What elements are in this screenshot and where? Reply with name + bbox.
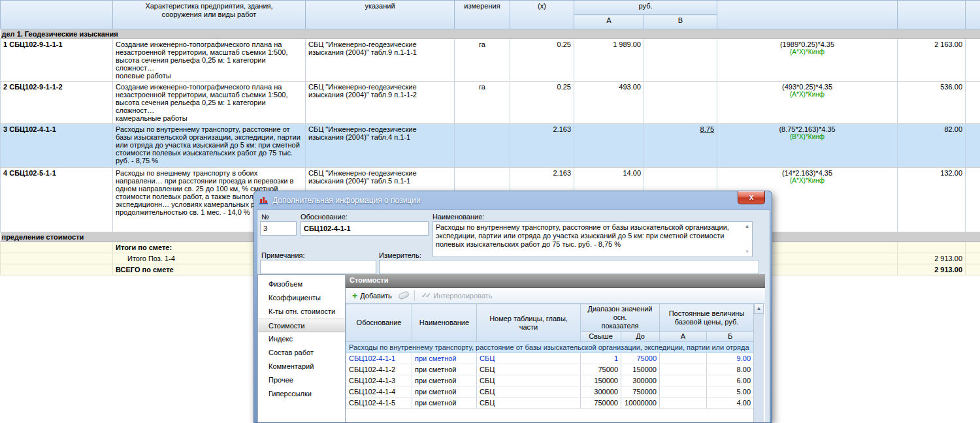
price-row-3[interactable]: СБЦ102-4-1-3 при сметной СБЦ 150000 3000… <box>346 375 754 386</box>
cell-unit: га <box>455 82 510 124</box>
col-header-characteristic: Характеристика предприятия, здания, соор… <box>113 1 306 29</box>
col-header-unit: измерения <box>455 1 510 29</box>
cell-formula: (8.75*2.163)*4.35(B*X)*Кинф <box>717 124 898 168</box>
cell-quantity: 2.163 <box>510 124 574 168</box>
nav-item-giperssylki[interactable]: Гиперссылки <box>258 387 345 401</box>
cell-quantity: 0.25 <box>510 82 574 124</box>
price-row-4[interactable]: СБЦ102-4-1-4 при сметной СБЦ 300000 7500… <box>346 386 754 398</box>
totals-value: 2 913.00 <box>898 253 966 264</box>
dcol-table-num: Номер таблицы, главы, части <box>477 304 581 342</box>
nav-item-indeks[interactable]: Индекс <box>258 332 345 346</box>
dcol-b: Б <box>707 332 754 342</box>
col-header-rub: руб. <box>574 1 717 15</box>
cell-unit <box>455 124 510 168</box>
dcol-constants: Постоянные величины базовой цены, руб. <box>660 304 754 332</box>
chart-icon <box>259 196 269 205</box>
meter-label: Измеритель: <box>379 251 421 259</box>
totals-value: 2 913.00 <box>898 264 966 275</box>
price-row-1-selected[interactable]: СБЦ102-4-1-1 при сметной СБЦ 1 75000 9.0… <box>346 353 754 364</box>
table-row-3-selected[interactable]: 3 СБЦ102-4-1-1 Расходы по внутреннему тр… <box>1 124 980 168</box>
cell-unit: га <box>455 39 510 82</box>
cell-price-b <box>644 39 717 82</box>
dialog-nav: Физобъем Коэффициенты К-ты отн. стоимост… <box>257 274 346 423</box>
cell-code: 3 СБЦ102-4-1-1 <box>1 124 113 168</box>
nav-item-stoimosti[interactable]: Стоимости <box>258 319 345 332</box>
add-button[interactable]: + Добавить <box>348 290 396 301</box>
nav-item-kommentariy[interactable]: Комментарий <box>258 360 345 373</box>
col-header-formula <box>717 1 898 29</box>
cell-total: 132.00 <box>898 168 966 232</box>
cell-price-a: 493.00 <box>574 82 644 124</box>
name-field[interactable]: Расходы по внутреннему транспорту, расст… <box>433 221 753 257</box>
dcol-over: Свыше <box>581 332 621 342</box>
panel-title: Стоимости <box>346 274 765 288</box>
dcol-basis: Обоснование <box>346 304 412 342</box>
notes-label: Примечания: <box>261 251 305 259</box>
nav-item-kty-otn[interactable]: К-ты отн. стоимости <box>258 305 345 319</box>
nav-item-koefficienty[interactable]: Коэффициенты <box>258 291 345 305</box>
price-row-2[interactable]: СБЦ102-4-1-2 при сметной СБЦ 75000 15000… <box>346 364 754 375</box>
cell-formula: (493*0.25)*4.35(A*X)*Кинф <box>717 82 898 124</box>
close-icon[interactable]: x <box>738 191 765 204</box>
cell-price-a <box>574 124 644 168</box>
prices-panel: Стоимости + Добавить ✓✓ Интерполировать <box>346 274 765 423</box>
cell-price-a: 1 989.00 <box>574 39 644 82</box>
dcol-name: Наименование <box>412 304 477 342</box>
dialog-titlebar[interactable]: Дополнительная информация о позиции x <box>254 191 772 210</box>
plus-icon: + <box>352 292 357 300</box>
eraser-icon[interactable] <box>398 290 410 300</box>
panel-toolbar: + Добавить ✓✓ Интерполировать <box>346 288 765 304</box>
dialog-additional-info: Дополнительная информация о позиции x № … <box>253 191 772 423</box>
col-header-quantity: (x) <box>510 1 574 29</box>
interpolate-button[interactable]: ✓✓ Интерполировать <box>417 290 497 301</box>
col-header-b: B <box>644 15 717 29</box>
cell-price-b <box>644 82 717 124</box>
scroll-up-icon[interactable]: ▲ <box>754 304 764 314</box>
section-title: дел 1. Геодезические изыскания <box>1 29 980 39</box>
group-row[interactable]: Расходы по внутреннему транспорту, расст… <box>346 342 754 353</box>
table-row-1[interactable]: 1 СБЦ102-9-1-1-1 Создание инженерно-топо… <box>1 39 980 82</box>
cell-basis: СБЦ "Инженерно-геодезические изыскания (… <box>306 82 455 124</box>
meter-field[interactable] <box>379 260 759 274</box>
num-label: № <box>261 213 269 221</box>
col-header-total <box>898 1 966 29</box>
col-header-position <box>1 1 113 29</box>
price-row-5[interactable]: СБЦ102-4-1-5 при сметной СБЦ 750000 1000… <box>346 398 754 409</box>
dialog-title: Дополнительная информация о позиции <box>272 196 421 205</box>
cell-formula: (1989*0.25)*4.35(A*X)*Кинф <box>717 39 898 82</box>
num-field[interactable] <box>260 221 297 236</box>
interpolate-icon: ✓✓ <box>421 291 429 300</box>
cell-characteristic: Создание инженерно-топографического план… <box>113 39 306 82</box>
cell-total: 2 163.00 <box>898 39 966 82</box>
basis-label: Обоснование: <box>301 213 348 221</box>
notes-field[interactable] <box>260 260 376 274</box>
cell-price-b: 8.75 <box>644 124 717 168</box>
table-scrollbar[interactable]: ▲ <box>753 304 764 423</box>
dcol-a: А <box>660 332 707 342</box>
nav-item-sostav-rabot[interactable]: Состав работ <box>258 346 345 360</box>
toolbar-separator <box>414 290 415 301</box>
scroll-down-icon[interactable]: ▼ <box>743 249 751 255</box>
name-label: Наименование: <box>433 213 484 221</box>
cell-basis: СБЦ "Инженерно-геодезические изыскания (… <box>306 39 455 82</box>
cell-total: 82.00 <box>898 124 966 168</box>
cell-quantity: 0.25 <box>510 39 574 82</box>
scroll-up-icon[interactable]: ▲ <box>743 223 751 230</box>
section-header-row[interactable]: дел 1. Геодезические изыскания <box>1 29 980 39</box>
prices-table: Обоснование Наименование Номер таблицы, … <box>346 304 754 409</box>
estimate-app: Характеристика предприятия, здания, соор… <box>0 0 980 423</box>
dcol-to: До <box>621 332 660 342</box>
value-b-link[interactable]: 8.75 <box>700 125 714 133</box>
dcol-range: Диапазон значений осн. показателя <box>581 304 660 332</box>
dialog-body: № Обоснование: Наименование: Расходы по … <box>257 210 770 423</box>
cell-characteristic: Расходы по внутреннему транспорту, расст… <box>113 124 306 168</box>
totals-value <box>898 242 966 253</box>
nav-item-prochee[interactable]: Прочее <box>258 373 345 387</box>
cell-code: 4 СБЦ102-5-1-1 <box>1 168 113 232</box>
cell-characteristic: Создание инженерно-топографического план… <box>113 82 306 124</box>
col-header-extra <box>966 1 980 29</box>
cell-basis: СБЦ "Инженерно-геодезические изыскания (… <box>306 124 455 168</box>
basis-field[interactable] <box>301 221 429 236</box>
table-row-2[interactable]: 2 СБЦ102-9-1-1-2 Создание инженерно-топо… <box>1 82 980 124</box>
nav-item-fizobem[interactable]: Физобъем <box>258 277 345 291</box>
